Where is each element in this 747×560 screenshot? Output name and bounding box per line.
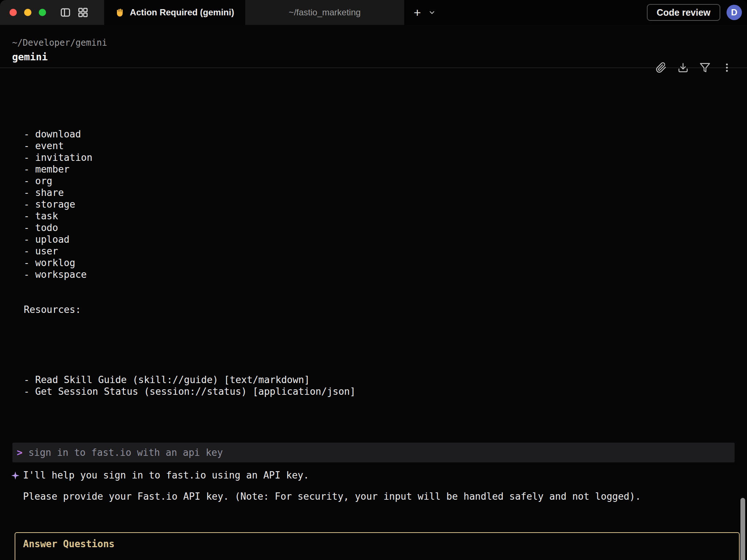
sidebar-toggle-icon[interactable] <box>60 7 71 18</box>
prompt-text: sign in to fast.io with an api key <box>29 447 223 458</box>
answer-questions-panel: Answer Questions Please enter your Fast.… <box>15 532 740 560</box>
prompt-caret: > <box>17 447 23 458</box>
terminal-line: - storage <box>24 198 747 210</box>
tab-action-required[interactable]: Action Required (gemini) <box>104 0 245 25</box>
terminal-line: - event <box>24 140 747 152</box>
tabbar-spacer <box>439 0 647 25</box>
tool-list: - download- event- invitation- member- o… <box>24 93 747 280</box>
panel-title: Answer Questions <box>23 538 732 550</box>
resources-heading: Resources: <box>24 304 747 315</box>
scrollbar-thumb[interactable] <box>740 498 745 560</box>
tab-fastio-marketing[interactable]: ~/fastio_marketing <box>245 0 404 25</box>
terminal-line: - todo <box>24 222 747 234</box>
pane-header: ~/Developer/gemini gemini <box>0 25 747 64</box>
terminal-output: - download- event- invitation- member- o… <box>0 70 747 421</box>
attachment-paperclip-icon[interactable] <box>655 62 667 73</box>
terminal-line: - Read Skill Guide (skill://guide) [text… <box>24 374 747 386</box>
terminal-line: - member <box>24 163 747 175</box>
session-title: gemini <box>12 50 747 64</box>
assistant-response: I'll help you sign in to fast.io using a… <box>0 469 747 502</box>
terminal-line: - task <box>24 210 747 222</box>
terminal-line: - invitation <box>24 152 747 163</box>
terminal-line: - user <box>24 245 747 257</box>
raised-hand-icon <box>115 8 125 17</box>
header-divider <box>0 68 747 68</box>
user-avatar[interactable]: D <box>727 5 742 20</box>
terminal-line: - org <box>24 175 747 187</box>
minimize-window-button[interactable] <box>24 9 31 16</box>
resources-list: - Read Skill Guide (skill://guide) [text… <box>24 339 747 397</box>
tab-label: ~/fastio_marketing <box>289 7 361 18</box>
user-prompt-history: > sign in to fast.io with an api key <box>12 443 735 462</box>
window-controls <box>0 0 104 25</box>
terminal-line: - workspace <box>24 269 747 280</box>
response-line: Please provide your Fast.io API key. (No… <box>23 491 747 502</box>
kebab-menu-icon[interactable] <box>721 62 733 73</box>
tab-actions: + <box>411 0 439 25</box>
grid-layout-icon[interactable] <box>77 7 88 18</box>
tab-label: Action Required (gemini) <box>130 7 234 18</box>
pane-header-actions <box>655 62 733 73</box>
code-review-button[interactable]: Code review <box>647 4 720 21</box>
terminal-line: - download <box>24 128 747 140</box>
terminal-line: - worklog <box>24 257 747 269</box>
tab-list-chevron-down-icon[interactable] <box>425 5 439 20</box>
download-icon[interactable] <box>677 62 689 73</box>
tab-bar: Action Required (gemini) ~/fastio_market… <box>0 0 747 25</box>
new-tab-button[interactable]: + <box>411 5 424 20</box>
zoom-window-button[interactable] <box>39 9 46 16</box>
terminal-window: Action Required (gemini) ~/fastio_market… <box>0 0 747 560</box>
close-window-button[interactable] <box>10 9 17 16</box>
terminal-line: - upload <box>24 234 747 245</box>
terminal-line: - share <box>24 187 747 198</box>
terminal-line: - Get Session Status (session://status) … <box>24 386 747 397</box>
working-directory-path: ~/Developer/gemini <box>12 37 747 48</box>
response-line: I'll help you sign in to fast.io using a… <box>23 469 747 481</box>
sparkle-icon <box>11 471 20 480</box>
filter-funnel-icon[interactable] <box>699 62 711 73</box>
